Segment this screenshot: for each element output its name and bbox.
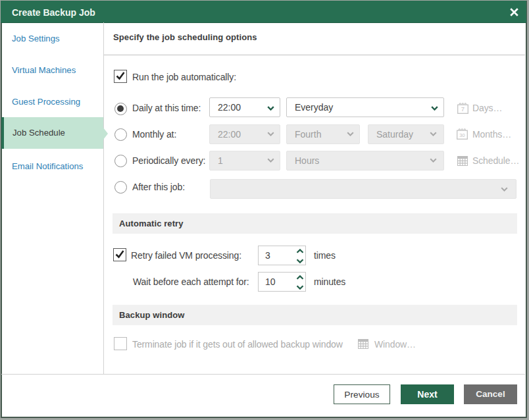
svg-text:30: 30 [459, 132, 465, 138]
svg-text:7: 7 [461, 105, 465, 113]
